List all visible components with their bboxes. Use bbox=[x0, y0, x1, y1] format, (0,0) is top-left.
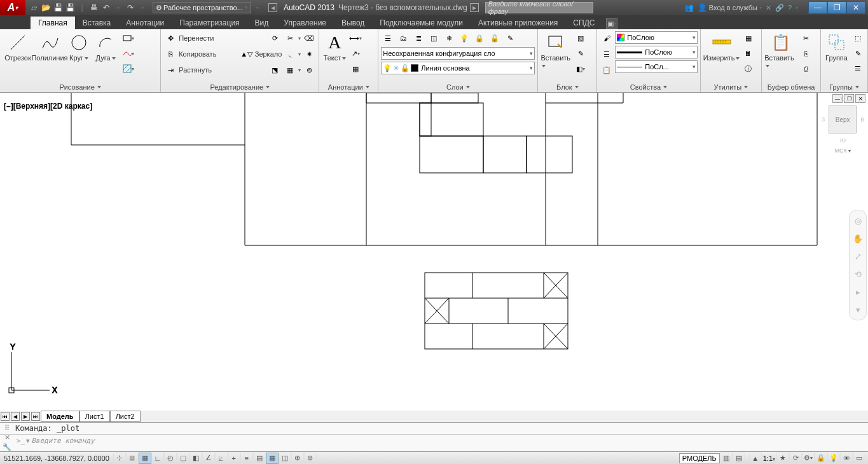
signin-button[interactable]: 👤Вход в службы▾ bbox=[698, 3, 762, 12]
tab-home[interactable]: Главная bbox=[31, 17, 75, 29]
block-attr-icon[interactable]: ◧▾ bbox=[574, 62, 588, 76]
isolate-icon[interactable]: 👁 bbox=[840, 453, 853, 464]
ungroup-icon[interactable]: ⬚ bbox=[851, 31, 865, 45]
autodesk360-icon[interactable]: 👥 bbox=[684, 3, 694, 12]
cmd-close-icon[interactable]: ✕ bbox=[1, 433, 13, 442]
close-button[interactable]: ✕ bbox=[846, 1, 865, 14]
tab-active[interactable]: Активные приложения bbox=[471, 17, 565, 29]
dimension-icon[interactable]: ⟷▾ bbox=[348, 31, 362, 45]
cleanscreen-icon[interactable]: ▭ bbox=[853, 453, 865, 464]
qp-icon[interactable]: ▦ bbox=[266, 453, 279, 464]
id-icon[interactable]: ⓘ bbox=[741, 62, 755, 76]
am2-icon[interactable]: ⊕ bbox=[304, 453, 317, 464]
annoscale-icon[interactable]: ▲ bbox=[749, 453, 762, 464]
ribbon-minimize-button[interactable]: ▣▾ bbox=[606, 18, 617, 29]
copy-button[interactable]: Копировать bbox=[179, 50, 216, 58]
panel-block-title[interactable]: Блок bbox=[538, 81, 596, 92]
cmd-drag-icon[interactable]: ⠿ bbox=[1, 424, 13, 432]
infer-icon[interactable]: ⊹ bbox=[113, 453, 126, 464]
orbit-icon[interactable]: ⟲ bbox=[851, 268, 864, 280]
command-input[interactable]: Введите команду bbox=[30, 435, 867, 446]
table-icon[interactable]: ▦ bbox=[348, 62, 362, 76]
stayconnected-icon[interactable]: 🔗 bbox=[775, 4, 784, 12]
move-icon[interactable]: ✥ bbox=[163, 31, 177, 45]
app-menu-icon[interactable]: A▾ bbox=[0, 0, 25, 15]
spline-icon[interactable]: ▾ bbox=[121, 46, 135, 60]
circle-button[interactable]: Круг bbox=[66, 31, 92, 81]
copy-clip-icon[interactable]: ⎘ bbox=[799, 46, 813, 60]
undo-icon[interactable]: ↶ bbox=[100, 2, 112, 13]
sc-icon[interactable]: ◫ bbox=[279, 453, 291, 464]
layerlock-icon[interactable]: 🔒 bbox=[472, 31, 486, 45]
ducs-icon[interactable]: ⟀ bbox=[215, 453, 228, 464]
tab-insert[interactable]: Вставка bbox=[75, 17, 119, 29]
layout-tab-sheet2[interactable]: Лист2 bbox=[110, 411, 141, 422]
new-icon[interactable]: ▱ bbox=[28, 2, 39, 13]
viewcube[interactable]: С З Верх В Ю МСК ▾ bbox=[819, 95, 867, 197]
nav-more-icon[interactable]: ▾ bbox=[851, 303, 864, 316]
nav-back-icon[interactable]: ◀ bbox=[268, 3, 277, 12]
scale-icon[interactable]: ⬔ bbox=[268, 63, 282, 77]
3dosnap-icon[interactable]: ◧ bbox=[189, 453, 202, 464]
annovis-icon[interactable]: ★ bbox=[776, 453, 789, 464]
layer-state-combo[interactable]: Несохраненная конфигурация сло▾ bbox=[381, 47, 535, 60]
matchprop-icon[interactable]: 🖌 bbox=[600, 31, 614, 45]
layerprops-icon[interactable]: ☰ bbox=[381, 31, 395, 45]
panel-props-title[interactable]: Свойства bbox=[597, 81, 699, 92]
color-combo[interactable]: ПоСлою▾ bbox=[615, 31, 697, 44]
dyn-icon[interactable]: + bbox=[228, 453, 240, 464]
move-button[interactable]: Перенести bbox=[179, 34, 214, 42]
insert-block-button[interactable]: Вставить bbox=[541, 31, 572, 81]
tab-view[interactable]: Вид bbox=[247, 17, 277, 29]
cut-icon[interactable]: ✂ bbox=[799, 31, 813, 45]
exchange-icon[interactable]: ✕ bbox=[766, 4, 771, 12]
fillet-icon[interactable]: ◟ bbox=[283, 47, 297, 61]
array-icon[interactable]: ▦ bbox=[283, 63, 297, 77]
saveas-icon[interactable]: 💾 bbox=[64, 2, 76, 13]
nav-fwd-icon[interactable]: ▶ bbox=[470, 3, 479, 12]
linetype-combo[interactable]: ПоСл...▾ bbox=[615, 60, 697, 73]
group-button[interactable]: Группа bbox=[823, 31, 850, 81]
rectangle-icon[interactable]: ▾ bbox=[121, 31, 135, 45]
tab-spds[interactable]: СПДС bbox=[565, 17, 602, 29]
layerfreeze-icon[interactable]: ❄ bbox=[442, 31, 456, 45]
measure-button[interactable]: Измерить bbox=[703, 31, 740, 81]
open-icon[interactable]: 📂 bbox=[40, 2, 52, 13]
layermatch-icon[interactable]: ◫ bbox=[427, 31, 441, 45]
snap-icon[interactable]: ⊞ bbox=[126, 453, 139, 464]
plot-icon[interactable]: 🖶 bbox=[88, 2, 100, 13]
undo-dd-icon[interactable]: ▾ bbox=[113, 2, 124, 13]
trim-icon[interactable]: ✂ bbox=[283, 31, 297, 45]
workspace-combo[interactable]: ⚙Рабочее пространство... bbox=[153, 2, 251, 13]
proppalette-icon[interactable]: ☰ bbox=[600, 47, 614, 61]
hatch-icon[interactable]: ▾ bbox=[121, 62, 135, 76]
rotate-icon[interactable]: ⟳ bbox=[268, 31, 282, 45]
tab-manage[interactable]: Управление bbox=[276, 17, 334, 29]
tab-parametric[interactable]: Параметризация bbox=[172, 17, 247, 29]
explode-icon[interactable]: ✷ bbox=[302, 47, 316, 61]
layer-combo[interactable]: 💡☀🔓Линия основна▾ bbox=[381, 62, 535, 74]
quickview-layouts-icon[interactable]: ▥ bbox=[720, 453, 733, 464]
stretch-button[interactable]: Растянуть bbox=[179, 66, 212, 74]
polar-icon[interactable]: ◴ bbox=[164, 453, 177, 464]
save-icon[interactable]: 💾 bbox=[52, 2, 64, 13]
lwt-icon[interactable]: ≡ bbox=[240, 453, 253, 464]
layeriso-icon[interactable]: ≣ bbox=[411, 31, 425, 45]
redo-dd-icon[interactable]: ▾ bbox=[137, 2, 148, 13]
redo-icon[interactable]: ↷ bbox=[125, 2, 136, 13]
mirror-button[interactable]: Зеркало bbox=[255, 50, 282, 58]
layout-next-icon[interactable]: ▶ bbox=[21, 412, 30, 421]
osnap-icon[interactable]: ▢ bbox=[177, 453, 189, 464]
hardware-accel-icon[interactable]: 💡 bbox=[827, 453, 840, 464]
help-icon[interactable]: ? bbox=[788, 4, 792, 11]
stretch-icon[interactable]: ⇥ bbox=[163, 63, 177, 77]
create-block-icon[interactable]: ▧ bbox=[574, 31, 588, 45]
offset-icon[interactable]: ⊚ bbox=[302, 63, 316, 77]
otrack-icon[interactable]: ∠ bbox=[202, 453, 215, 464]
arc-button[interactable]: Дуга bbox=[93, 31, 118, 81]
panel-draw-title[interactable]: Рисование bbox=[0, 81, 160, 92]
copy-base-icon[interactable]: ⎙ bbox=[799, 62, 813, 76]
help-search-input[interactable]: Введите ключевое слово/фразу bbox=[485, 2, 593, 13]
restore-button[interactable]: ❐ bbox=[827, 1, 846, 14]
panel-layers-title[interactable]: Слои bbox=[378, 81, 537, 92]
